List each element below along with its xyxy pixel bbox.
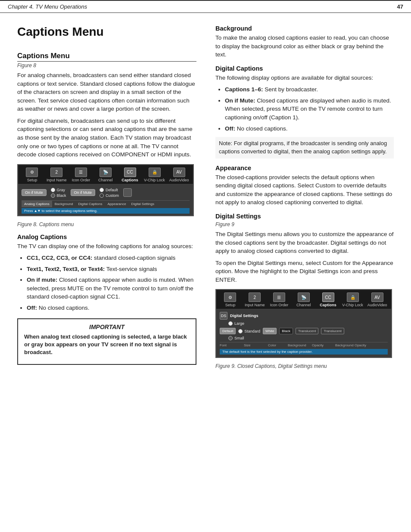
tv-menu-captions: CC Captions	[120, 168, 140, 182]
large-radio	[228, 321, 233, 326]
digital-captions-intro: The following display options are availa…	[215, 74, 394, 82]
tv-menu-content: On if Mute Gray Black On if Mute	[18, 184, 193, 215]
on-if-mute-btn: On if Mute	[22, 189, 47, 196]
tv-menu-audiovideo: AV AudioVideo	[169, 168, 190, 182]
analog-bullet-3: On if mute: Closed captions appear when …	[27, 276, 196, 301]
black-radio	[51, 193, 55, 198]
analog-bullet-2: Text1, Text2, Text3, or Text4: Text-serv…	[27, 265, 196, 274]
analog-captions-heading: Analog Captions	[17, 233, 196, 240]
figure-9-screenshot: ⚙ Setup 2 Input Name ☰ Icon Order 📡 Chan…	[215, 289, 392, 358]
submenu-appearance: Appearance	[105, 201, 128, 207]
section-heading-captions-menu: Captions Menu	[17, 52, 196, 62]
digital-bullet-1: Captions 1–6: Sent by broadcaster.	[225, 85, 394, 94]
on-if-mute-btn2: On if Mute	[71, 189, 96, 196]
setup-icon: ⚙	[26, 168, 38, 177]
figure-8-screenshot: ⚙ Setup 2 Input Name ☰ Icon Order 📡 Chan…	[17, 164, 194, 216]
tv-submenu-bar: Analog Captions Background Digital Capti…	[22, 200, 190, 207]
captions-icon: CC	[124, 168, 136, 177]
tv-ds-content: DS Digital Settings Large Default Standa…	[216, 309, 391, 357]
figure-9-label: Figure 9	[215, 221, 394, 227]
ds-size-row: Large	[220, 321, 388, 326]
submenu-analog-captions: Analog Captions	[22, 201, 52, 207]
ds-captions-icon: CC	[322, 292, 334, 302]
appearance-text: The closed-captions provider selects the…	[215, 173, 394, 207]
size-standard-option: Standard	[238, 329, 260, 333]
ds-black-btn[interactable]: Black	[279, 328, 293, 334]
col-opacity: Opacity	[312, 343, 333, 347]
gray-radio	[51, 188, 55, 192]
tv-ds-setup: ⚙ Setup	[220, 292, 240, 307]
ds-translucent-btn[interactable]: Translucent	[296, 328, 319, 334]
tv-menu-bar: ⚙ Setup 2 Input Name ☰ Icon Order 📡 Chan…	[18, 165, 193, 184]
page-title: Captions Menu	[17, 25, 196, 39]
ds-small-row: Small	[220, 336, 388, 340]
digital-captions-note: Note: For digital programs, if the broad…	[215, 137, 394, 159]
gray-option: Gray	[51, 188, 66, 192]
digital-captions-list: Captions 1–6: Sent by broadcaster. On if…	[225, 85, 394, 133]
analog-captions-list: CC1, CC2, CC3, or CC4: standard closed-c…	[27, 254, 196, 312]
submenu-background: Background	[52, 201, 76, 207]
ds-white-btn[interactable]: White	[263, 328, 277, 334]
ds-column-labels: Font Size Color Background Opacity Backg…	[220, 342, 388, 348]
size-small-option: Small	[228, 336, 244, 340]
standard-radio	[238, 329, 243, 333]
ds-setup-icon: ⚙	[224, 292, 236, 302]
important-box: IMPORTANT When analog text closed captio…	[17, 318, 196, 365]
tv-menu-iconorder: ☰ Icon Order	[71, 168, 91, 182]
digital-settings-heading: Digital Settings	[215, 213, 394, 220]
tv-ds-iconorder: ☰ Icon Order	[269, 292, 290, 307]
audiovideo-icon: AV	[173, 168, 185, 177]
digital-settings-para-1: The Digital Settings menu allows you to …	[215, 230, 394, 255]
digital-captions-heading: Digital Captions	[215, 65, 394, 72]
chapter-title: Chapter 4. TV Menu Operations	[8, 3, 87, 10]
left-column: Captions Menu Captions Menu Figure 8 For…	[0, 13, 207, 383]
submenu-digital-captions: Digital Captions	[75, 201, 105, 207]
submenu-digital-settings: Digital Settings	[129, 201, 157, 207]
page-number: 47	[397, 3, 403, 10]
intro-para-1: For analog channels, broadcasters can se…	[17, 71, 196, 113]
analog-captions-intro: The TV can display one of the following …	[17, 242, 196, 251]
size-large-option: Large	[228, 321, 244, 326]
tv-ds-inputname: 2 Input Name	[244, 292, 265, 307]
appearance-radio-group: Default Custom	[100, 188, 119, 198]
ds-iconorder-icon: ☰	[273, 292, 285, 302]
tv-ds-vchip: 🔒 V-Chip Lock	[342, 292, 363, 307]
analog-bullet-1: CC1, CC2, CC3, or CC4: standard closed-c…	[27, 254, 196, 262]
col-font: Font	[220, 343, 242, 347]
ds-inputname-icon: 2	[249, 292, 261, 302]
default-option: Default	[100, 188, 119, 192]
custom-option: Custom	[100, 193, 119, 198]
important-text: When analog text closed captioning is se…	[24, 333, 190, 357]
tv-menu-inputname: 2 Input Name	[46, 168, 67, 182]
tv-menu-vchip: 🔒 V-Chip Lock	[144, 168, 165, 182]
vchip-icon: 🔒	[149, 168, 161, 177]
background-heading: Background	[215, 25, 394, 32]
tv-ds-menu-bar: ⚙ Setup 2 Input Name ☰ Icon Order 📡 Chan…	[216, 290, 391, 309]
ds-status-bar: The default font is the font selected by…	[220, 349, 388, 355]
figure-8-caption: Figure 8. Captions menu	[17, 221, 196, 227]
background-text: To make the analog closed captions easie…	[215, 34, 394, 59]
appearance-heading: Appearance	[215, 165, 394, 171]
digital-bullet-2: On if Mute: Closed captions are displaye…	[225, 96, 394, 122]
ds-vchip-icon: 🔒	[347, 292, 359, 302]
black-option: Black	[51, 193, 66, 198]
col-bg-opacity: Background Opacity	[335, 343, 366, 347]
inputname-icon: 2	[50, 168, 62, 177]
digital-settings-icon	[123, 188, 132, 197]
ds-title-row: DS Digital Settings	[220, 312, 388, 320]
tv-status-bar: Press ▲▼ to select the analog captions s…	[22, 208, 190, 214]
intro-para-2: For digital channels, broadcasters can s…	[17, 117, 196, 159]
channel-icon: 📡	[100, 168, 112, 177]
iconorder-icon: ☰	[75, 168, 87, 177]
figure-9-caption: Figure 9. Closed Captions, Digital Setti…	[215, 363, 394, 369]
ds-default-btn[interactable]: Default	[220, 328, 236, 334]
ds-bg-opacity-btn[interactable]: Translucent	[321, 328, 344, 334]
ds-channel-icon: 📡	[298, 292, 310, 302]
default-radio	[100, 188, 104, 192]
ds-audiovideo-icon: AV	[371, 292, 383, 302]
analog-bullet-4: Off: No closed captions.	[27, 304, 196, 312]
captions-controls-row: On if Mute Gray Black On if Mute	[22, 188, 190, 198]
right-column: Background To make the analog closed cap…	[207, 13, 411, 383]
main-content: Captions Menu Captions Menu Figure 8 For…	[0, 13, 411, 383]
digital-bullet-3: Off: No closed captions.	[225, 124, 394, 133]
